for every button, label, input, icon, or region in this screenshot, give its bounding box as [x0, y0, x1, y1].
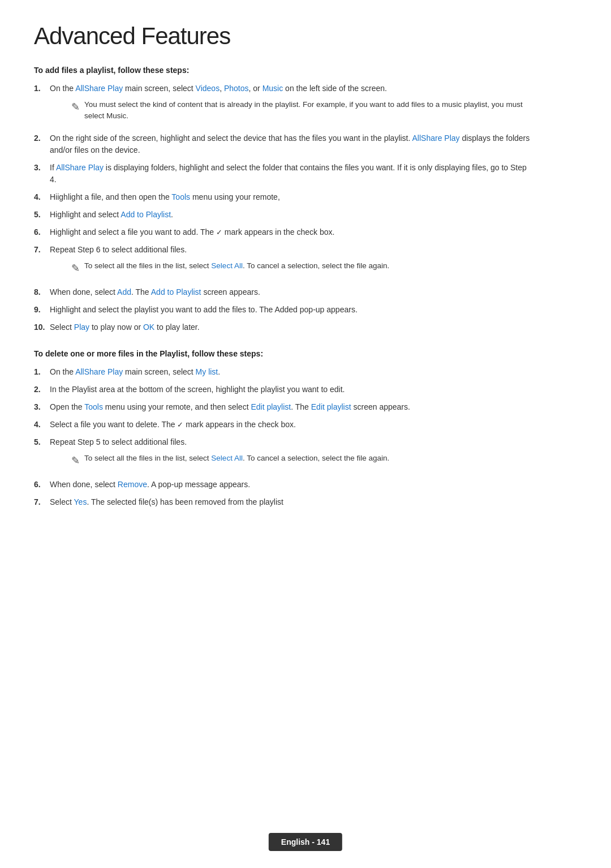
music-link[interactable]: Music — [263, 84, 283, 93]
videos-link[interactable]: Videos — [196, 84, 220, 93]
add-to-playlist-link-2[interactable]: Add to Playlist — [151, 287, 201, 297]
photos-link[interactable]: Photos — [224, 84, 249, 93]
page-footer: English - 141 — [269, 833, 342, 851]
step-6: 6. Highlight and select a file you want … — [34, 226, 532, 238]
step-8-content: When done, select Add. The Add to Playli… — [50, 286, 532, 298]
s2-step-1-content: On the AllShare Play main screen, select… — [50, 366, 532, 378]
step-3: 3. If AllShare Play is displaying folder… — [34, 162, 532, 186]
s2-step-5-content: Repeat Step 5 to select additional files… — [50, 436, 532, 473]
step-2-number: 2. — [34, 132, 50, 144]
s2-step-2-content: In the Playlist area at the bottom of th… — [50, 384, 532, 396]
step-3-content: If AllShare Play is displaying folders, … — [50, 162, 532, 186]
step-4: 4. Hiighlight a file, and then open the … — [34, 191, 532, 203]
step-2: 2. On the right side of the screen, high… — [34, 132, 532, 156]
step-9-content: Highlight and select the playlist you wa… — [50, 304, 532, 316]
s2-step-1-number: 1. — [34, 366, 50, 378]
s2-step-3-content: Open the Tools menu using your remote, a… — [50, 401, 532, 413]
step-5: 5. Highlight and select Add to Playlist. — [34, 209, 532, 221]
s2-step-2-number: 2. — [34, 384, 50, 396]
step-8: 8. When done, select Add. The Add to Pla… — [34, 286, 532, 298]
edit-playlist-link-2[interactable]: Edit playlist — [311, 402, 351, 411]
section1-steps-list: 1. On the AllShare Play main screen, sel… — [34, 83, 532, 333]
my-list-link[interactable]: My list — [196, 367, 218, 376]
ok-link[interactable]: OK — [143, 323, 154, 332]
checkmark-1: ✓ — [216, 228, 222, 237]
step-2-content: On the right side of the screen, highlig… — [50, 132, 532, 156]
allshare-play-link-2[interactable]: AllShare Play — [412, 134, 460, 143]
step-9: 9. Highlight and select the playlist you… — [34, 304, 532, 316]
step-1: 1. On the AllShare Play main screen, sel… — [34, 83, 532, 127]
step-4-content: Hiighlight a file, and then open the Too… — [50, 191, 532, 203]
s2-step-4: 4. Select a file you want to delete. The… — [34, 419, 532, 431]
step-10: 10. Select Play to play now or OK to pla… — [34, 321, 532, 333]
section2-heading: To delete one or more files in the Playl… — [34, 349, 532, 358]
step-5-number: 5. — [34, 209, 50, 221]
edit-playlist-link-1[interactable]: Edit playlist — [251, 402, 291, 411]
step-1-content: On the AllShare Play main screen, select… — [50, 83, 532, 127]
page-title: Advanced Features — [34, 23, 532, 50]
remove-link[interactable]: Remove — [118, 480, 147, 489]
s2-step-5-note: ✎ To select all the files in the list, s… — [66, 453, 532, 469]
step-7-note: ✎ To select all the files in the list, s… — [66, 260, 532, 276]
step-1-number: 1. — [34, 83, 50, 94]
step-10-content: Select Play to play now or OK to play la… — [50, 321, 532, 333]
add-link[interactable]: Add — [117, 287, 131, 297]
s2-step-6-number: 6. — [34, 479, 50, 491]
yes-link[interactable]: Yes — [74, 497, 87, 506]
s2-step-6-content: When done, select Remove. A pop-up messa… — [50, 479, 532, 491]
step-3-number: 3. — [34, 162, 50, 174]
play-link-1[interactable]: Play — [74, 323, 89, 332]
s2-step-7-content: Select Yes. The selected file(s) has bee… — [50, 496, 532, 508]
note-icon-3: ✎ — [71, 453, 80, 469]
step-7-content: Repeat Step 6 to select additional files… — [50, 244, 532, 281]
note-icon-1: ✎ — [71, 100, 80, 115]
step-1-note-text: You must select the kind of content that… — [84, 99, 532, 122]
step-5-content: Highlight and select Add to Playlist. — [50, 209, 532, 221]
checkmark-2: ✓ — [177, 420, 183, 429]
step-6-number: 6. — [34, 226, 50, 238]
s2-step-5-note-text: To select all the files in the list, sel… — [84, 453, 389, 464]
s2-step-5: 5. Repeat Step 5 to select additional fi… — [34, 436, 532, 473]
select-all-link-2[interactable]: Select All — [211, 454, 243, 462]
step-6-content: Highlight and select a file you want to … — [50, 226, 532, 238]
s2-step-4-number: 4. — [34, 419, 50, 431]
tools-link-1[interactable]: Tools — [171, 192, 190, 201]
add-to-playlist-link-1[interactable]: Add to Playlist — [121, 210, 171, 219]
s2-step-4-content: Select a file you want to delete. The ✓ … — [50, 419, 532, 431]
tools-link-2[interactable]: Tools — [84, 402, 103, 411]
s2-step-5-number: 5. — [34, 436, 50, 448]
s2-step-3: 3. Open the Tools menu using your remote… — [34, 401, 532, 413]
step-8-number: 8. — [34, 286, 50, 298]
step-4-number: 4. — [34, 191, 50, 203]
s2-step-7-number: 7. — [34, 496, 50, 508]
allshare-play-link-3[interactable]: AllShare Play — [56, 163, 104, 172]
note-icon-2: ✎ — [71, 261, 80, 276]
step-7-note-text: To select all the files in the list, sel… — [84, 260, 389, 272]
s2-step-2: 2. In the Playlist area at the bottom of… — [34, 384, 532, 396]
s2-step-6: 6. When done, select Remove. A pop-up me… — [34, 479, 532, 491]
section1-heading: To add files a playlist, follow these st… — [34, 66, 532, 75]
section2-steps-list: 1. On the AllShare Play main screen, sel… — [34, 366, 532, 508]
s2-step-7: 7. Select Yes. The selected file(s) has … — [34, 496, 532, 508]
step-10-number: 10. — [34, 321, 50, 333]
s2-step-3-number: 3. — [34, 401, 50, 413]
step-9-number: 9. — [34, 304, 50, 316]
allshare-play-link-4[interactable]: AllShare Play — [75, 367, 123, 376]
step-7-number: 7. — [34, 244, 50, 256]
step-7: 7. Repeat Step 6 to select additional fi… — [34, 244, 532, 281]
allshare-play-link-1[interactable]: AllShare Play — [75, 84, 123, 93]
step-1-note: ✎ You must select the kind of content th… — [66, 99, 532, 122]
select-all-link-1[interactable]: Select All — [211, 261, 243, 270]
s2-step-1: 1. On the AllShare Play main screen, sel… — [34, 366, 532, 378]
